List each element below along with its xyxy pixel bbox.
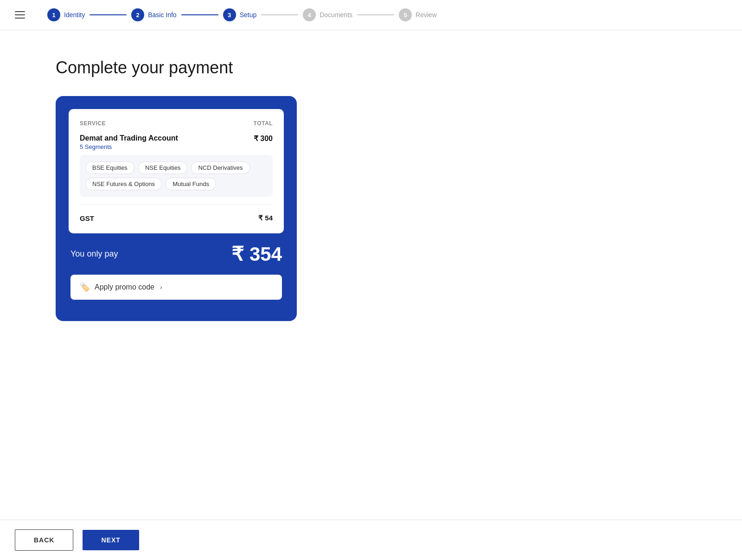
step-line-4-5	[357, 14, 394, 15]
gst-price: ₹ 54	[258, 214, 273, 222]
step-5-circle: 5	[399, 8, 412, 21]
segment-tag-nse-futures: NSE Futures & Options	[85, 178, 162, 190]
col-total: TOTAL	[254, 120, 273, 127]
main-content: Complete your payment SERVICE TOTAL Dema…	[0, 30, 742, 520]
footer-bar: BACK NEXT	[0, 520, 742, 560]
next-button[interactable]: NEXT	[83, 530, 139, 550]
service-row: Demat and Trading Account 5 Segments ₹ 3…	[80, 134, 273, 150]
service-name: Demat and Trading Account	[80, 134, 178, 142]
zigzag-decoration	[69, 308, 284, 321]
gst-label: GST	[80, 214, 94, 222]
step-3-circle: 3	[223, 8, 236, 21]
step-line-2-3	[181, 14, 218, 15]
page-title: Complete your payment	[56, 58, 742, 77]
segment-tag-ncd-derivatives: NCD Derivatives	[191, 161, 249, 174]
segment-tag-mutual-funds: Mutual Funds	[166, 178, 216, 190]
step-1-circle: 1	[47, 8, 60, 21]
segment-tag-bse-equities: BSE Equities	[85, 161, 134, 174]
promo-code-label: Apply promo code	[95, 283, 154, 291]
service-segments: 5 Segments	[80, 143, 178, 150]
step-5-label: Review	[416, 11, 437, 19]
service-price: ₹ 300	[254, 134, 273, 143]
col-service: SERVICE	[80, 120, 106, 127]
step-line-3-4	[261, 14, 298, 15]
tag-icon: 🏷️	[80, 282, 90, 292]
step-3: 3 Setup	[223, 8, 257, 21]
service-info: Demat and Trading Account 5 Segments	[80, 134, 178, 150]
step-4-label: Documents	[320, 11, 352, 19]
top-bar: 1 Identity 2 Basic Info 3 Setup 4 Docume…	[0, 0, 742, 30]
step-4-circle: 4	[303, 8, 316, 21]
svg-marker-0	[69, 308, 284, 321]
card-divider	[80, 204, 273, 205]
gst-row: GST ₹ 54	[80, 212, 273, 222]
promo-arrow-icon: ›	[160, 283, 162, 291]
step-3-label: Setup	[240, 11, 257, 19]
step-line-1-2	[90, 14, 127, 15]
you-only-pay-label: You only pay	[70, 249, 118, 259]
inner-card: SERVICE TOTAL Demat and Trading Account …	[69, 109, 284, 233]
total-price: ₹ 354	[231, 243, 282, 265]
step-4: 4 Documents	[303, 8, 352, 21]
step-5: 5 Review	[399, 8, 437, 21]
step-1-label: Identity	[64, 11, 85, 19]
payment-card: SERVICE TOTAL Demat and Trading Account …	[56, 96, 297, 321]
segment-tag-nse-equities: NSE Equities	[138, 161, 188, 174]
blue-section: You only pay ₹ 354 🏷️ Apply promo code ›	[69, 233, 284, 300]
segments-area: BSE Equities NSE Equities NCD Derivative…	[80, 155, 273, 197]
total-row: You only pay ₹ 354	[70, 243, 282, 265]
step-indicator: 1 Identity 2 Basic Info 3 Setup 4 Docume…	[47, 8, 727, 21]
step-2-circle: 2	[131, 8, 144, 21]
table-header: SERVICE TOTAL	[80, 120, 273, 127]
step-1: 1 Identity	[47, 8, 85, 21]
promo-code-button[interactable]: 🏷️ Apply promo code ›	[70, 275, 282, 300]
step-2: 2 Basic Info	[131, 8, 176, 21]
step-2-label: Basic Info	[148, 11, 176, 19]
hamburger-menu[interactable]	[15, 11, 25, 19]
back-button[interactable]: BACK	[15, 529, 73, 551]
segment-tags: BSE Equities NSE Equities NCD Derivative…	[85, 161, 267, 190]
